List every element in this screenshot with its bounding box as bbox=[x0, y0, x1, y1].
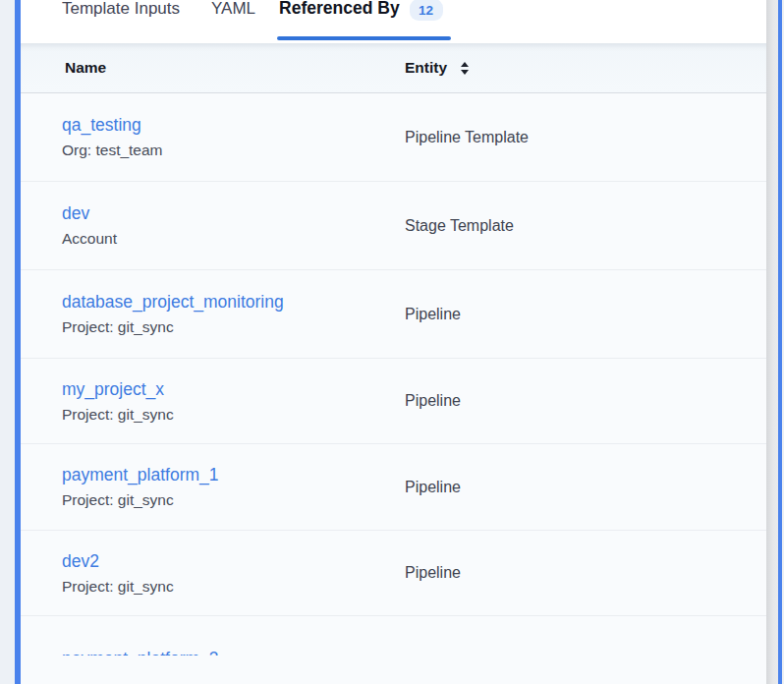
page-background-gutter bbox=[0, 0, 15, 684]
table-row: payment_platform_1 Project: git_sync Pip… bbox=[21, 444, 766, 531]
entity-cell bbox=[405, 616, 766, 656]
name-cell: dev2 Project: git_sync bbox=[21, 531, 405, 615]
entity-cell: Pipeline Template bbox=[405, 93, 766, 181]
row-scope-label: Project: git_sync bbox=[62, 576, 405, 598]
row-scope-label: Project: git_sync bbox=[62, 404, 405, 426]
tab-referenced-by-label: Referenced By bbox=[279, 0, 400, 20]
row-name-link[interactable]: dev bbox=[62, 201, 89, 225]
table-row: dev Account Stage Template bbox=[21, 182, 766, 270]
table-header: Name Entity bbox=[21, 43, 766, 93]
row-name-link[interactable]: database_project_monitoring bbox=[62, 290, 284, 314]
row-scope-label: Project: git_sync bbox=[62, 489, 405, 511]
name-cell: payment_platform_3 bbox=[21, 616, 405, 656]
name-cell: my_project_x Project: git_sync bbox=[21, 359, 405, 443]
row-name-link[interactable]: my_project_x bbox=[62, 377, 164, 401]
template-details-panel: Template Inputs YAML Referenced By 12 Na… bbox=[21, 0, 766, 684]
table-row: qa_testing Org: test_team Pipeline Templ… bbox=[21, 93, 766, 182]
tab-bar: Template Inputs YAML Referenced By 12 bbox=[21, 0, 766, 43]
entity-cell: Pipeline bbox=[405, 444, 766, 530]
tab-yaml[interactable]: YAML bbox=[211, 0, 255, 43]
sort-up-arrow-icon bbox=[461, 62, 469, 67]
list-bottom-filler bbox=[21, 656, 766, 684]
row-name-link[interactable]: payment_platform_3 bbox=[62, 647, 219, 656]
name-cell: payment_platform_1 Project: git_sync bbox=[21, 444, 405, 530]
entity-cell: Pipeline bbox=[405, 531, 766, 615]
row-scope-label: Account bbox=[62, 228, 405, 250]
referenced-by-count-badge: 12 bbox=[410, 0, 443, 21]
tab-template-inputs-label: Template Inputs bbox=[62, 0, 180, 20]
referenced-by-list: qa_testing Org: test_team Pipeline Templ… bbox=[21, 93, 766, 656]
entity-cell: Pipeline bbox=[405, 359, 766, 443]
row-scope-label: Project: git_sync bbox=[62, 316, 405, 338]
row-scope-label: Org: test_team bbox=[62, 140, 405, 161]
scrollbar-track[interactable] bbox=[766, 0, 778, 684]
sort-arrows-icon[interactable] bbox=[461, 62, 469, 75]
table-row: my_project_x Project: git_sync Pipeline bbox=[21, 359, 766, 444]
table-row: dev2 Project: git_sync Pipeline bbox=[21, 531, 766, 616]
entity-cell: Stage Template bbox=[405, 182, 766, 269]
tab-referenced-by[interactable]: Referenced By 12 bbox=[279, 0, 443, 43]
name-cell: qa_testing Org: test_team bbox=[21, 93, 405, 181]
screen: Template Inputs YAML Referenced By 12 Na… bbox=[0, 0, 784, 684]
column-header-entity[interactable]: Entity bbox=[405, 59, 469, 77]
entity-cell: Pipeline bbox=[405, 270, 766, 358]
tab-yaml-label: YAML bbox=[211, 0, 255, 20]
row-name-link[interactable]: dev2 bbox=[62, 549, 99, 573]
column-header-name: Name bbox=[65, 59, 405, 77]
row-name-link[interactable]: payment_platform_1 bbox=[62, 463, 219, 486]
column-header-entity-label: Entity bbox=[405, 59, 447, 77]
table-row-clipped: payment_platform_3 bbox=[21, 616, 766, 656]
active-tab-underline bbox=[277, 36, 451, 40]
name-cell: database_project_monitoring Project: git… bbox=[21, 270, 405, 358]
name-cell: dev Account bbox=[21, 182, 405, 269]
tab-template-inputs[interactable]: Template Inputs bbox=[62, 0, 180, 43]
sort-down-arrow-icon bbox=[461, 70, 469, 75]
row-name-link[interactable]: qa_testing bbox=[62, 113, 141, 137]
table-row: database_project_monitoring Project: git… bbox=[21, 270, 766, 359]
